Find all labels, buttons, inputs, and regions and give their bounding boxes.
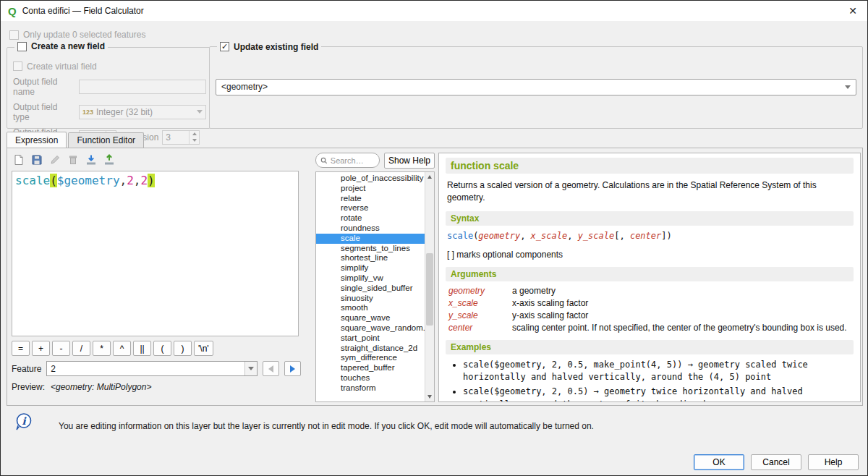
function-list-item[interactable]: rotate <box>316 213 434 224</box>
syntax-token: center <box>630 231 661 241</box>
syntax-token: , <box>520 231 530 241</box>
create-new-field-checkbox[interactable]: Create a new field <box>17 41 105 51</box>
operator-button[interactable]: / <box>72 341 90 356</box>
feature-selector[interactable]: 2 <box>46 361 258 376</box>
arguments-table: geometrya geometryx_scalex-axis scaling … <box>448 286 851 333</box>
function-list-item[interactable]: square_wave <box>316 313 434 323</box>
function-list-scrollbar[interactable] <box>425 172 434 401</box>
checkbox-box <box>9 30 19 40</box>
arguments-heading: Arguments <box>446 267 854 281</box>
qgis-logo-icon: Q <box>8 6 17 17</box>
save-expression-icon[interactable] <box>30 153 44 167</box>
show-help-button[interactable]: Show Help <box>384 153 435 169</box>
function-list-item[interactable]: sym_difference <box>316 353 434 363</box>
argument-name: y_scale <box>448 310 503 320</box>
expression-token: scale <box>15 174 50 187</box>
import-expressions-icon[interactable] <box>84 153 98 167</box>
scrollbar-down-icon[interactable] <box>425 392 434 401</box>
output-field-type-select: 123 Integer (32 bit) <box>79 105 206 119</box>
function-list-item[interactable]: segments_to_lines <box>316 244 434 254</box>
new-expression-icon[interactable] <box>12 153 26 167</box>
syntax-token: [, <box>614 231 630 241</box>
function-list-item[interactable]: relate <box>316 194 434 204</box>
output-field-type-value: Integer (32 bit) <box>96 107 153 117</box>
function-list-item[interactable]: transform <box>316 383 434 394</box>
function-list-item[interactable]: reverse <box>316 203 434 213</box>
expression-token: 2 <box>127 174 134 187</box>
function-list-item[interactable]: single_sided_buffer <box>316 284 434 294</box>
checkbox-box <box>13 61 22 71</box>
operator-button[interactable]: * <box>93 341 111 356</box>
operator-button[interactable]: = <box>12 341 30 356</box>
operator-button[interactable]: '\n' <box>194 341 213 356</box>
precision-stepper: 3 <box>162 130 200 145</box>
window-title: Conta edifici — Field Calculator <box>22 6 144 16</box>
expression-token: $geometry <box>57 174 120 187</box>
edit-mode-message: You are editing information on this laye… <box>59 421 811 431</box>
function-list-item[interactable]: scale <box>316 234 434 244</box>
function-list-item[interactable]: start_point <box>316 333 434 344</box>
tab-function-editor[interactable]: Function Editor <box>68 132 144 148</box>
export-expressions-icon[interactable] <box>102 153 116 167</box>
preview-row: Preview: <geometry: MultiPolygon> <box>12 382 151 392</box>
dropdown-arrow-icon <box>197 110 203 114</box>
edit-expression-icon <box>48 153 62 167</box>
dialog-buttons: OK Cancel Help <box>694 454 859 470</box>
scrollbar-up-icon[interactable] <box>425 172 434 182</box>
operator-button[interactable]: - <box>52 341 70 356</box>
function-list-item[interactable]: straight_distance_2d <box>316 344 434 354</box>
update-existing-field-checkbox[interactable]: Update existing field <box>220 42 318 52</box>
function-search-box[interactable] <box>315 153 380 168</box>
function-list-item[interactable]: project <box>316 184 434 194</box>
syntax-token: geometry <box>478 231 520 241</box>
create-virtual-field-label: Create virtual field <box>27 61 97 72</box>
operator-buttons: =+-/*^||()'\n' <box>12 341 213 356</box>
help-description: Returns a scaled version of a geometry. … <box>447 179 852 204</box>
existing-field-value: <geometry> <box>221 82 268 92</box>
expression-token: , <box>120 174 127 187</box>
function-list: pole_of_inaccessibilityprojectrelatereve… <box>315 171 435 402</box>
operator-button[interactable]: ^ <box>113 341 131 356</box>
tab-bar: Expression Function Editor <box>7 132 145 148</box>
scrollbar-thumb[interactable] <box>426 253 433 326</box>
next-feature-icon[interactable] <box>284 361 301 376</box>
operator-button[interactable]: + <box>32 341 50 356</box>
function-list-item[interactable]: roundness <box>316 224 434 234</box>
function-list-item[interactable]: shortest_line <box>316 253 434 263</box>
operator-button[interactable]: ) <box>174 341 192 356</box>
syntax-token: x_scale <box>531 231 568 241</box>
example-item: scale($geometry, 2, 0.5, make_point(4, 5… <box>463 359 854 384</box>
search-input[interactable] <box>331 156 375 165</box>
operator-button[interactable]: || <box>133 341 151 356</box>
operator-button[interactable]: ( <box>153 341 171 356</box>
function-search-row: Show Help <box>315 153 435 169</box>
syntax-token: ]) <box>661 231 671 241</box>
function-list-item[interactable]: smooth <box>316 303 434 313</box>
close-icon[interactable]: ✕ <box>846 5 860 17</box>
argument-name: geometry <box>448 286 503 296</box>
spin-down-icon <box>190 137 199 144</box>
create-virtual-field-checkbox: Create virtual field <box>13 61 97 72</box>
expression-token: ( <box>50 174 57 187</box>
argument-description: a geometry <box>512 286 851 296</box>
argument-name: x_scale <box>448 298 503 308</box>
preview-value: <geometry: MultiPolygon> <box>51 382 151 392</box>
tab-expression[interactable]: Expression <box>7 132 67 148</box>
existing-field-select[interactable]: <geometry> <box>216 79 856 95</box>
only-update-selected-checkbox: Only update 0 selected features <box>9 30 145 40</box>
expression-code-editor[interactable]: scale($geometry,2,2) <box>12 171 299 336</box>
function-list-item[interactable]: simplify_vw <box>316 273 434 284</box>
search-icon <box>320 156 328 165</box>
function-list-item[interactable]: square_wave_random... <box>316 323 434 333</box>
dropdown-arrow-icon[interactable] <box>244 362 257 375</box>
cancel-button[interactable]: Cancel <box>751 454 801 470</box>
help-button[interactable]: Help <box>808 454 859 470</box>
function-list-item[interactable]: sinuosity <box>316 294 434 304</box>
output-field-name-label: Output field name <box>13 77 75 97</box>
function-list-item[interactable]: pole_of_inaccessibility <box>316 174 434 184</box>
ok-button[interactable]: OK <box>694 454 744 470</box>
update-existing-field-group: Update existing field <geometry> <box>209 41 863 129</box>
function-list-item[interactable]: touches <box>316 373 434 383</box>
function-list-item[interactable]: simplify <box>316 263 434 273</box>
function-list-item[interactable]: tapered_buffer <box>316 363 434 373</box>
